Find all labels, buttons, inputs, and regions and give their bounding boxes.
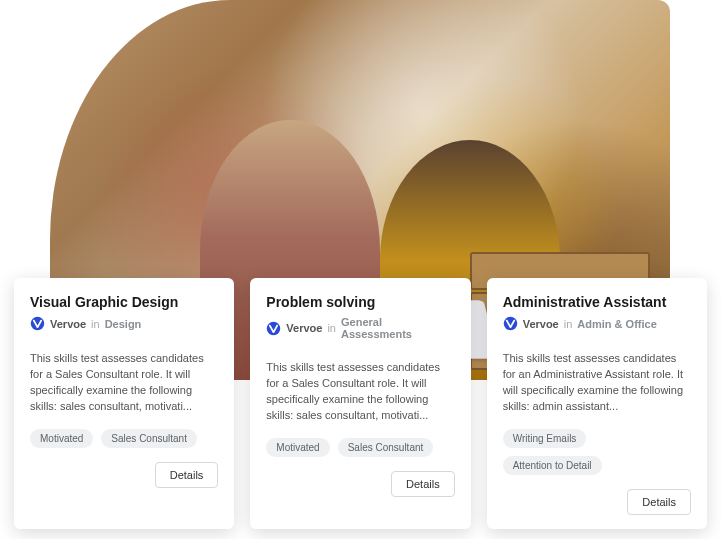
assessment-card[interactable]: Administrative Assistant Vervoe in Admin… <box>487 278 707 529</box>
card-row: Visual Graphic Design Vervoe in Design T… <box>14 278 707 529</box>
card-meta: Vervoe in Admin & Office <box>503 316 691 331</box>
card-footer: Details <box>503 489 691 515</box>
card-in-label: in <box>327 322 336 334</box>
card-footer: Details <box>30 462 218 488</box>
card-author: Vervoe <box>523 318 559 330</box>
details-button[interactable]: Details <box>391 471 455 497</box>
svg-point-2 <box>503 317 517 331</box>
details-button[interactable]: Details <box>155 462 219 488</box>
card-category[interactable]: Design <box>105 318 142 330</box>
card-title: Administrative Assistant <box>503 294 691 310</box>
svg-point-1 <box>267 322 281 336</box>
card-category[interactable]: General Assessments <box>341 316 455 340</box>
vervoe-logo-icon <box>503 316 518 331</box>
card-description: This skills test assesses candidates for… <box>266 360 454 424</box>
skill-tag[interactable]: Motivated <box>30 429 93 448</box>
card-description: This skills test assesses candidates for… <box>503 351 691 415</box>
card-title: Visual Graphic Design <box>30 294 218 310</box>
skill-tag[interactable]: Writing Emails <box>503 429 587 448</box>
card-tags: Writing Emails Attention to Detail <box>503 429 691 475</box>
card-meta: Vervoe in General Assessments <box>266 316 454 340</box>
details-button[interactable]: Details <box>627 489 691 515</box>
svg-point-0 <box>31 317 45 331</box>
skill-tag[interactable]: Attention to Detail <box>503 456 602 475</box>
card-meta: Vervoe in Design <box>30 316 218 331</box>
assessment-card[interactable]: Visual Graphic Design Vervoe in Design T… <box>14 278 234 529</box>
vervoe-logo-icon <box>266 321 281 336</box>
skill-tag[interactable]: Sales Consultant <box>338 438 434 457</box>
skill-tag[interactable]: Motivated <box>266 438 329 457</box>
card-footer: Details <box>266 471 454 497</box>
card-tags: Motivated Sales Consultant <box>30 429 218 448</box>
card-in-label: in <box>91 318 100 330</box>
card-category[interactable]: Admin & Office <box>577 318 656 330</box>
skill-tag[interactable]: Sales Consultant <box>101 429 197 448</box>
card-tags: Motivated Sales Consultant <box>266 438 454 457</box>
card-description: This skills test assesses candidates for… <box>30 351 218 415</box>
card-in-label: in <box>564 318 573 330</box>
assessment-card[interactable]: Problem solving Vervoe in General Assess… <box>250 278 470 529</box>
card-title: Problem solving <box>266 294 454 310</box>
card-author: Vervoe <box>286 322 322 334</box>
vervoe-logo-icon <box>30 316 45 331</box>
card-author: Vervoe <box>50 318 86 330</box>
